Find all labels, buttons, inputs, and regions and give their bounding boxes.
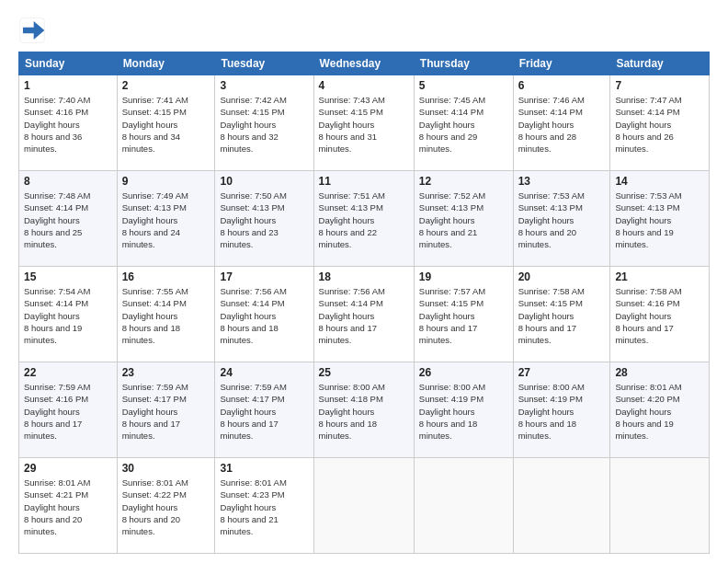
- calendar-cell: 16 Sunrise: 7:55 AMSunset: 4:14 PMDaylig…: [117, 267, 215, 362]
- day-info: Sunrise: 7:59 AMSunset: 4:17 PMDaylight …: [220, 382, 286, 441]
- day-number: 11: [319, 175, 409, 188]
- calendar-cell: 3 Sunrise: 7:42 AMSunset: 4:15 PMDayligh…: [215, 75, 313, 171]
- calendar-cell: [513, 458, 610, 554]
- calendar-cell: 8 Sunrise: 7:48 AMSunset: 4:14 PMDayligh…: [19, 171, 118, 267]
- day-number: 8: [24, 175, 112, 188]
- calendar-cell: 21 Sunrise: 7:58 AMSunset: 4:16 PMDaylig…: [610, 267, 710, 362]
- day-number: 14: [615, 175, 704, 188]
- day-number: 4: [319, 79, 409, 92]
- calendar-cell: 30 Sunrise: 8:01 AMSunset: 4:22 PMDaylig…: [117, 458, 215, 554]
- day-info: Sunrise: 7:51 AMSunset: 4:13 PMDaylight …: [319, 190, 385, 249]
- day-info: Sunrise: 8:01 AMSunset: 4:23 PMDaylight …: [220, 477, 286, 536]
- day-number: 13: [518, 175, 606, 188]
- calendar-cell: 6 Sunrise: 7:46 AMSunset: 4:14 PMDayligh…: [513, 75, 610, 171]
- calendar-cell: 4 Sunrise: 7:43 AMSunset: 4:15 PMDayligh…: [313, 75, 414, 171]
- day-info: Sunrise: 7:48 AMSunset: 4:14 PMDaylight …: [24, 190, 90, 249]
- day-number: 16: [122, 270, 210, 283]
- calendar-cell: 17 Sunrise: 7:56 AMSunset: 4:14 PMDaylig…: [215, 267, 313, 362]
- day-info: Sunrise: 7:56 AMSunset: 4:14 PMDaylight …: [319, 286, 385, 345]
- day-info: Sunrise: 7:47 AMSunset: 4:14 PMDaylight …: [615, 95, 681, 154]
- day-number: 2: [122, 79, 210, 92]
- col-tuesday: Tuesday: [215, 52, 313, 75]
- day-info: Sunrise: 7:56 AMSunset: 4:14 PMDaylight …: [220, 286, 286, 345]
- calendar-cell: [313, 458, 414, 554]
- calendar-cell: 22 Sunrise: 7:59 AMSunset: 4:16 PMDaylig…: [19, 362, 118, 458]
- calendar-cell: [414, 458, 513, 554]
- day-number: 27: [518, 366, 606, 379]
- day-info: Sunrise: 8:00 AMSunset: 4:19 PMDaylight …: [518, 382, 585, 441]
- day-number: 7: [615, 79, 704, 92]
- calendar-cell: 25 Sunrise: 8:00 AMSunset: 4:18 PMDaylig…: [313, 362, 414, 458]
- calendar-cell: 19 Sunrise: 7:57 AMSunset: 4:15 PMDaylig…: [414, 267, 513, 362]
- calendar-cell: [610, 458, 710, 554]
- day-number: 9: [122, 175, 210, 188]
- day-info: Sunrise: 8:01 AMSunset: 4:22 PMDaylight …: [122, 477, 188, 536]
- day-info: Sunrise: 7:58 AMSunset: 4:16 PMDaylight …: [615, 286, 681, 345]
- day-number: 19: [419, 270, 508, 283]
- day-info: Sunrise: 7:54 AMSunset: 4:14 PMDaylight …: [24, 286, 90, 345]
- calendar-cell: 14 Sunrise: 7:53 AMSunset: 4:13 PMDaylig…: [610, 171, 710, 267]
- day-info: Sunrise: 7:49 AMSunset: 4:13 PMDaylight …: [122, 190, 188, 249]
- calendar-cell: 13 Sunrise: 7:53 AMSunset: 4:13 PMDaylig…: [513, 171, 610, 267]
- calendar-cell: 2 Sunrise: 7:41 AMSunset: 4:15 PMDayligh…: [117, 75, 215, 171]
- day-number: 5: [419, 79, 508, 92]
- col-friday: Friday: [513, 52, 610, 75]
- day-info: Sunrise: 7:45 AMSunset: 4:14 PMDaylight …: [419, 95, 485, 154]
- day-number: 10: [220, 175, 308, 188]
- calendar-cell: 18 Sunrise: 7:56 AMSunset: 4:14 PMDaylig…: [313, 267, 414, 362]
- day-info: Sunrise: 7:55 AMSunset: 4:14 PMDaylight …: [122, 286, 188, 345]
- day-info: Sunrise: 7:50 AMSunset: 4:13 PMDaylight …: [220, 190, 286, 249]
- calendar-cell: 9 Sunrise: 7:49 AMSunset: 4:13 PMDayligh…: [117, 171, 215, 267]
- calendar-cell: 1 Sunrise: 7:40 AMSunset: 4:16 PMDayligh…: [19, 75, 118, 171]
- calendar-cell: 29 Sunrise: 8:01 AMSunset: 4:21 PMDaylig…: [19, 458, 118, 554]
- day-info: Sunrise: 8:00 AMSunset: 4:18 PMDaylight …: [319, 382, 385, 441]
- day-number: 21: [615, 270, 704, 283]
- calendar-table: Sunday Monday Tuesday Wednesday Thursday…: [18, 52, 710, 554]
- header: [18, 17, 710, 44]
- calendar-cell: 11 Sunrise: 7:51 AMSunset: 4:13 PMDaylig…: [313, 171, 414, 267]
- calendar-week-2: 8 Sunrise: 7:48 AMSunset: 4:14 PMDayligh…: [19, 171, 710, 267]
- day-number: 31: [220, 462, 308, 475]
- day-number: 3: [220, 79, 308, 92]
- day-info: Sunrise: 8:00 AMSunset: 4:19 PMDaylight …: [419, 382, 485, 441]
- day-number: 18: [319, 270, 409, 283]
- calendar-cell: 12 Sunrise: 7:52 AMSunset: 4:13 PMDaylig…: [414, 171, 513, 267]
- day-info: Sunrise: 8:01 AMSunset: 4:20 PMDaylight …: [615, 382, 681, 441]
- calendar-cell: 7 Sunrise: 7:47 AMSunset: 4:14 PMDayligh…: [610, 75, 710, 171]
- calendar-cell: 10 Sunrise: 7:50 AMSunset: 4:13 PMDaylig…: [215, 171, 313, 267]
- page: Sunday Monday Tuesday Wednesday Thursday…: [0, 0, 728, 563]
- day-info: Sunrise: 7:53 AMSunset: 4:13 PMDaylight …: [615, 190, 681, 249]
- calendar-week-4: 22 Sunrise: 7:59 AMSunset: 4:16 PMDaylig…: [19, 362, 710, 458]
- day-number: 17: [220, 270, 308, 283]
- day-info: Sunrise: 7:52 AMSunset: 4:13 PMDaylight …: [419, 190, 485, 249]
- calendar-cell: 20 Sunrise: 7:58 AMSunset: 4:15 PMDaylig…: [513, 267, 610, 362]
- day-number: 28: [615, 366, 704, 379]
- calendar-week-1: 1 Sunrise: 7:40 AMSunset: 4:16 PMDayligh…: [19, 75, 710, 171]
- day-number: 30: [122, 462, 210, 475]
- calendar-cell: 28 Sunrise: 8:01 AMSunset: 4:20 PMDaylig…: [610, 362, 710, 458]
- day-info: Sunrise: 7:59 AMSunset: 4:16 PMDaylight …: [24, 382, 90, 441]
- calendar-cell: 27 Sunrise: 8:00 AMSunset: 4:19 PMDaylig…: [513, 362, 610, 458]
- calendar-cell: 31 Sunrise: 8:01 AMSunset: 4:23 PMDaylig…: [215, 458, 313, 554]
- day-number: 25: [319, 366, 409, 379]
- day-number: 6: [518, 79, 606, 92]
- calendar-week-3: 15 Sunrise: 7:54 AMSunset: 4:14 PMDaylig…: [19, 267, 710, 362]
- weekday-header-row: Sunday Monday Tuesday Wednesday Thursday…: [19, 52, 710, 75]
- calendar-cell: 15 Sunrise: 7:54 AMSunset: 4:14 PMDaylig…: [19, 267, 118, 362]
- day-info: Sunrise: 7:46 AMSunset: 4:14 PMDaylight …: [518, 95, 585, 154]
- logo: [18, 17, 51, 44]
- day-info: Sunrise: 7:42 AMSunset: 4:15 PMDaylight …: [220, 95, 286, 154]
- day-number: 15: [24, 270, 112, 283]
- calendar-week-5: 29 Sunrise: 8:01 AMSunset: 4:21 PMDaylig…: [19, 458, 710, 554]
- day-info: Sunrise: 7:57 AMSunset: 4:15 PMDaylight …: [419, 286, 485, 345]
- day-info: Sunrise: 8:01 AMSunset: 4:21 PMDaylight …: [24, 477, 90, 536]
- day-info: Sunrise: 7:53 AMSunset: 4:13 PMDaylight …: [518, 190, 585, 249]
- day-number: 24: [220, 366, 308, 379]
- day-number: 1: [24, 79, 112, 92]
- calendar-cell: 23 Sunrise: 7:59 AMSunset: 4:17 PMDaylig…: [117, 362, 215, 458]
- day-info: Sunrise: 7:40 AMSunset: 4:16 PMDaylight …: [24, 95, 90, 154]
- day-info: Sunrise: 7:43 AMSunset: 4:15 PMDaylight …: [319, 95, 385, 154]
- day-number: 23: [122, 366, 210, 379]
- day-number: 12: [419, 175, 508, 188]
- day-number: 26: [419, 366, 508, 379]
